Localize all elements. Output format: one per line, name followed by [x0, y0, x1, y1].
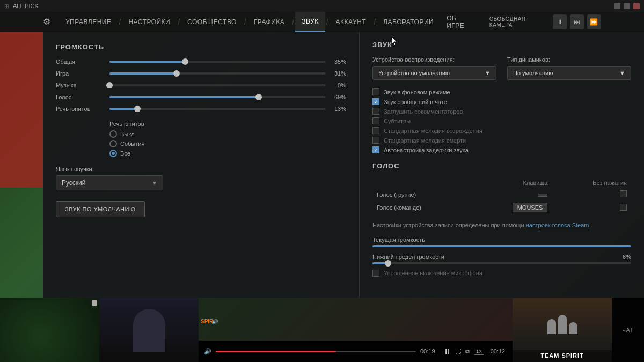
- video-area: SPIR 🔊 🔊 00:19 ⏸ ⛶ ⧉ 1X -00:12: [199, 298, 513, 362]
- checkbox-subtitles[interactable]: Субтитры: [372, 117, 631, 124]
- checkbox-mute-commentator-label: Заглушить сокомментаторов: [384, 108, 463, 115]
- checkbox-mute-commentator-box: [372, 108, 379, 115]
- webcam-panel: [99, 298, 199, 362]
- unit-speech-radio-group: Речь юнитов Выкл События Все: [56, 121, 346, 157]
- label-voice: Голос: [56, 94, 109, 100]
- key-box-group[interactable]: [538, 194, 547, 197]
- pause-button[interactable]: ⏸: [553, 14, 567, 29]
- person-silhouette: [133, 309, 165, 352]
- team-bg: TEAM SPIRIT: [513, 298, 612, 362]
- dropdown-arrow-icon: ▼: [152, 180, 157, 186]
- speaker-label: Тип динамиков:: [507, 56, 631, 63]
- slider-music[interactable]: [109, 84, 326, 86]
- voice-table: Клавиша Без нажатия Голос (группе) Голос…: [372, 178, 631, 215]
- speaker-type-group: Тип динамиков: По умолчанию ▼: [507, 56, 631, 80]
- maximize-button[interactable]: [624, 3, 630, 9]
- camera-label: СВОБОДНАЯ КАМЕРА: [489, 16, 546, 28]
- lower-limit-pct: 6%: [623, 254, 631, 260]
- volume-row-voice: Голос 69%: [56, 94, 346, 100]
- checkbox-death-melody[interactable]: Стандартная мелодия смерти: [372, 137, 631, 144]
- checkbox-chat-sound-box: ✓: [372, 98, 379, 105]
- voice-group-key[interactable]: [471, 188, 552, 201]
- figure-3: [569, 322, 577, 334]
- title-bar: ⊞ ALL PICK: [0, 0, 644, 12]
- fast-forward-button[interactable]: ⏩: [587, 14, 601, 29]
- nav-item-control[interactable]: УПРАВЛЕНИЕ: [59, 12, 118, 32]
- settings-panel: ГРОМКОСТЬ Общая 35% Игра 31%: [43, 32, 644, 298]
- settings-icon[interactable]: ⚙: [43, 17, 50, 27]
- speaker-dropdown[interactable]: По умолчанию ▼: [507, 66, 631, 80]
- checkbox-death-melody-label: Стандартная мелодия смерти: [384, 137, 466, 144]
- label-music: Музыка: [56, 82, 109, 88]
- figure-2: [558, 315, 567, 334]
- language-dropdown[interactable]: Русский ▼: [56, 175, 163, 190]
- label-unit-speech: Речь юнитов: [56, 106, 109, 112]
- nav-item-community[interactable]: СООБЩЕСТВО: [181, 12, 243, 32]
- checkbox-mic-simplified[interactable]: Упрощённое включение микрофона: [372, 270, 631, 277]
- volume-icon: 🔊: [211, 319, 218, 324]
- checkbox-mute-commentator[interactable]: Заглушить сокомментаторов: [372, 108, 631, 115]
- checkbox-bg-sound[interactable]: Звук в фоновом режиме: [372, 88, 631, 95]
- chat-panel[interactable]: ЧАТ: [612, 298, 644, 362]
- close-button[interactable]: [633, 3, 640, 9]
- language-value: Русский: [62, 179, 86, 187]
- time-current: 00:19: [420, 348, 439, 354]
- device-arrow-icon: ▼: [485, 70, 491, 76]
- language-section: Язык озвучки: Русский ▼: [56, 166, 346, 190]
- checkbox-respawn-melody-label: Стандартная мелодия возрождения: [384, 128, 482, 134]
- checkbox-group-nopress[interactable]: [620, 190, 627, 197]
- video-preview: SPIR 🔊: [199, 298, 513, 341]
- radio-all[interactable]: Все: [109, 150, 346, 157]
- lower-limit-label: Нижний предел громкости: [372, 254, 444, 260]
- title-bar-left: ⊞ ALL PICK: [4, 3, 39, 9]
- nav-item-account[interactable]: АККАУНТ: [330, 12, 373, 32]
- checkbox-bg-sound-box: [372, 88, 379, 95]
- volume-small-icon[interactable]: 🔊: [204, 348, 211, 355]
- slider-general[interactable]: [109, 61, 326, 63]
- nav-item-sound[interactable]: ЗВУК: [295, 12, 325, 32]
- checkbox-chat-sound[interactable]: ✓ Звук сообщений в чате: [372, 98, 631, 105]
- nav-item-graphics[interactable]: ГРАФИКА: [247, 12, 291, 32]
- video-controls: 🔊 00:19 ⏸ ⛶ ⧉ 1X -00:12: [199, 341, 513, 362]
- checkbox-team-nopress[interactable]: [620, 204, 627, 211]
- play-pause-button[interactable]: ⏸: [443, 348, 451, 355]
- slider-voice[interactable]: [109, 96, 326, 98]
- checkbox-auto-delay[interactable]: ✓ Автонастройка задержки звука: [372, 146, 631, 153]
- slider-unit-speech[interactable]: [109, 108, 326, 110]
- minimize-button[interactable]: [614, 3, 620, 9]
- key-box-team[interactable]: MOUSES: [513, 203, 548, 212]
- next-button[interactable]: ⏭: [570, 14, 584, 29]
- steam-link[interactable]: настроек голоса Steam: [526, 222, 589, 228]
- radio-events[interactable]: События: [109, 140, 346, 147]
- stream-bar: SPIR 🔊 🔊 00:19 ⏸ ⛶ ⧉ 1X -00:12: [0, 298, 644, 362]
- nav-item-labs[interactable]: ЛАБОРАТОРИИ: [377, 12, 440, 32]
- checkbox-subtitles-box: [372, 117, 379, 124]
- minimap-icon: [92, 300, 97, 306]
- pip-icon[interactable]: ⧉: [465, 348, 470, 355]
- lower-limit-slider[interactable]: [372, 262, 631, 264]
- voice-group-nopress: [552, 188, 631, 201]
- nav-item-settings[interactable]: НАСТРОЙКИ: [122, 12, 177, 32]
- minimap-bg: [0, 298, 99, 362]
- speed-icon[interactable]: 1X: [474, 348, 484, 355]
- unit-speech-radio-label: Речь юнитов: [109, 121, 346, 127]
- voice-team-key[interactable]: MOUSES: [471, 201, 552, 215]
- nav-item-about[interactable]: ОБ ИГРЕ: [440, 12, 481, 32]
- checkbox-respawn-melody[interactable]: Стандартная мелодия возрождения: [372, 127, 631, 134]
- voice-section: ГОЛОС Клавиша Без нажатия Голос (группе): [372, 162, 631, 277]
- mic-volume-label: Текущая громкость: [372, 237, 631, 243]
- radio-off[interactable]: Выкл: [109, 130, 346, 138]
- mic-volume-section: Текущая громкость Нижний предел громкост…: [372, 237, 631, 277]
- voice-group-label: Голос (группе): [372, 188, 471, 201]
- minimap-panel: [0, 298, 99, 362]
- video-progress-fill: [216, 351, 336, 352]
- video-progress-bar[interactable]: [216, 351, 416, 352]
- slider-game[interactable]: [109, 72, 326, 75]
- device-dropdown[interactable]: Устройство по умолчанию ▼: [372, 66, 496, 80]
- voice-row-team: Голос (команде) MOUSES: [372, 201, 631, 215]
- voice-team-label: Голос (команде): [372, 201, 471, 215]
- team-logo-area: [513, 298, 612, 350]
- theater-mode-icon[interactable]: ⛶: [455, 348, 461, 354]
- default-sound-button[interactable]: ЗВУК ПО УМОЛЧАНИЮ: [56, 201, 145, 217]
- lower-limit-thumb: [385, 260, 391, 267]
